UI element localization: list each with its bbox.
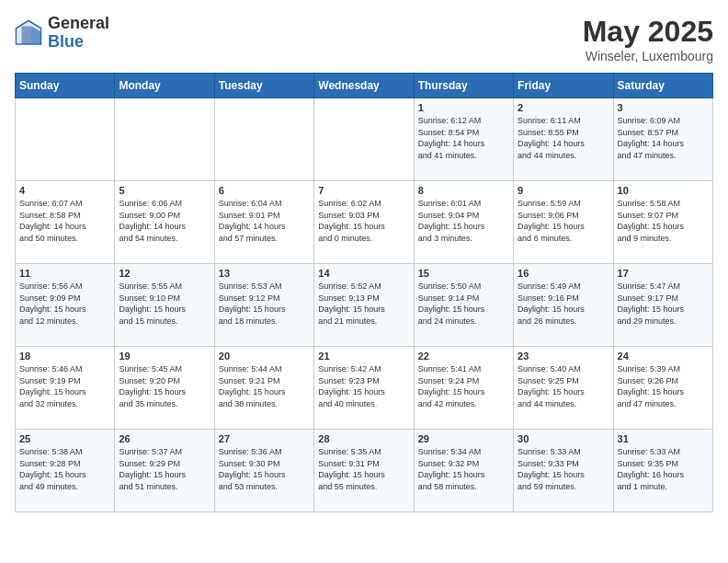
logo-text: General Blue — [48, 15, 109, 52]
day-info: Sunrise: 5:38 AM Sunset: 9:28 PM Dayligh… — [19, 446, 110, 492]
day-info: Sunrise: 5:36 AM Sunset: 9:30 PM Dayligh… — [219, 446, 310, 492]
day-number: 29 — [418, 433, 509, 444]
day-number: 5 — [119, 185, 210, 196]
day-number: 9 — [518, 185, 609, 196]
calendar-header: SundayMondayTuesdayWednesdayThursdayFrid… — [16, 74, 713, 98]
page-header: General Blue May 2025 Winseler, Luxembou… — [15, 15, 713, 63]
day-info: Sunrise: 5:40 AM Sunset: 9:25 PM Dayligh… — [518, 363, 609, 409]
day-info: Sunrise: 5:44 AM Sunset: 9:21 PM Dayligh… — [219, 363, 310, 409]
day-cell: 23Sunrise: 5:40 AM Sunset: 9:25 PM Dayli… — [514, 347, 613, 430]
day-cell: 9Sunrise: 5:59 AM Sunset: 9:06 PM Daylig… — [514, 181, 613, 264]
week-row-1: 1Sunrise: 6:12 AM Sunset: 8:54 PM Daylig… — [16, 98, 713, 181]
calendar-subtitle: Winseler, Luxembourg — [583, 49, 713, 63]
header-cell-thursday: Thursday — [414, 74, 513, 98]
day-number: 19 — [119, 350, 210, 362]
day-number: 13 — [219, 268, 310, 279]
calendar-body: 1Sunrise: 6:12 AM Sunset: 8:54 PM Daylig… — [16, 98, 713, 512]
day-number: 16 — [518, 268, 609, 279]
day-cell: 24Sunrise: 5:39 AM Sunset: 9:26 PM Dayli… — [613, 347, 712, 430]
day-info: Sunrise: 5:52 AM Sunset: 9:13 PM Dayligh… — [318, 281, 409, 327]
day-info: Sunrise: 6:06 AM Sunset: 9:00 PM Dayligh… — [119, 198, 210, 244]
day-info: Sunrise: 5:42 AM Sunset: 9:23 PM Dayligh… — [318, 363, 409, 409]
day-cell — [115, 98, 214, 181]
day-info: Sunrise: 5:55 AM Sunset: 9:10 PM Dayligh… — [119, 281, 210, 327]
day-info: Sunrise: 5:53 AM Sunset: 9:12 PM Dayligh… — [219, 281, 310, 327]
day-cell: 6Sunrise: 6:04 AM Sunset: 9:01 PM Daylig… — [214, 181, 313, 264]
calendar-table: SundayMondayTuesdayWednesdayThursdayFrid… — [15, 73, 713, 512]
day-number: 11 — [19, 268, 110, 279]
day-info: Sunrise: 5:56 AM Sunset: 9:09 PM Dayligh… — [19, 281, 110, 327]
day-number: 2 — [518, 102, 609, 113]
day-cell: 25Sunrise: 5:38 AM Sunset: 9:28 PM Dayli… — [16, 430, 115, 512]
day-number: 25 — [19, 433, 110, 444]
day-cell: 17Sunrise: 5:47 AM Sunset: 9:17 PM Dayli… — [613, 264, 712, 347]
week-row-4: 18Sunrise: 5:46 AM Sunset: 9:19 PM Dayli… — [16, 347, 713, 430]
day-info: Sunrise: 5:33 AM Sunset: 9:35 PM Dayligh… — [618, 446, 709, 492]
header-cell-monday: Monday — [115, 74, 214, 98]
day-info: Sunrise: 6:04 AM Sunset: 9:01 PM Dayligh… — [219, 198, 310, 244]
day-number: 26 — [119, 433, 210, 444]
logo-icon — [15, 19, 42, 47]
day-number: 22 — [418, 350, 509, 362]
day-cell: 4Sunrise: 6:07 AM Sunset: 8:58 PM Daylig… — [16, 181, 115, 264]
day-number: 31 — [618, 433, 709, 444]
day-number: 28 — [318, 433, 409, 444]
week-row-3: 11Sunrise: 5:56 AM Sunset: 9:09 PM Dayli… — [16, 264, 713, 347]
day-number: 12 — [119, 268, 210, 279]
day-info: Sunrise: 5:39 AM Sunset: 9:26 PM Dayligh… — [618, 363, 709, 409]
day-number: 6 — [219, 185, 310, 196]
day-info: Sunrise: 5:34 AM Sunset: 9:32 PM Dayligh… — [418, 446, 509, 492]
day-info: Sunrise: 6:11 AM Sunset: 8:55 PM Dayligh… — [518, 115, 609, 161]
day-info: Sunrise: 5:49 AM Sunset: 9:16 PM Dayligh… — [518, 281, 609, 327]
day-cell: 14Sunrise: 5:52 AM Sunset: 9:13 PM Dayli… — [314, 264, 414, 347]
day-number: 14 — [318, 268, 409, 279]
day-info: Sunrise: 5:58 AM Sunset: 9:07 PM Dayligh… — [618, 198, 709, 244]
day-cell — [314, 98, 414, 181]
day-info: Sunrise: 5:47 AM Sunset: 9:17 PM Dayligh… — [618, 281, 709, 327]
day-info: Sunrise: 5:45 AM Sunset: 9:20 PM Dayligh… — [119, 363, 210, 409]
header-cell-wednesday: Wednesday — [314, 74, 414, 98]
week-row-5: 25Sunrise: 5:38 AM Sunset: 9:28 PM Dayli… — [16, 430, 713, 512]
day-cell: 8Sunrise: 6:01 AM Sunset: 9:04 PM Daylig… — [414, 181, 513, 264]
day-cell: 3Sunrise: 6:09 AM Sunset: 8:57 PM Daylig… — [613, 98, 712, 181]
day-number: 23 — [518, 350, 609, 362]
day-cell: 19Sunrise: 5:45 AM Sunset: 9:20 PM Dayli… — [115, 347, 214, 430]
day-cell: 13Sunrise: 5:53 AM Sunset: 9:12 PM Dayli… — [214, 264, 313, 347]
day-number: 18 — [19, 350, 110, 362]
day-number: 15 — [418, 268, 509, 279]
day-number: 4 — [19, 185, 110, 196]
day-cell: 27Sunrise: 5:36 AM Sunset: 9:30 PM Dayli… — [214, 430, 313, 512]
day-cell: 11Sunrise: 5:56 AM Sunset: 9:09 PM Dayli… — [16, 264, 115, 347]
day-info: Sunrise: 5:59 AM Sunset: 9:06 PM Dayligh… — [518, 198, 609, 244]
day-cell: 22Sunrise: 5:41 AM Sunset: 9:24 PM Dayli… — [414, 347, 513, 430]
logo: General Blue — [15, 15, 109, 52]
header-cell-sunday: Sunday — [16, 74, 115, 98]
logo-general: General — [48, 15, 109, 33]
day-cell: 26Sunrise: 5:37 AM Sunset: 9:29 PM Dayli… — [115, 430, 214, 512]
day-cell: 16Sunrise: 5:49 AM Sunset: 9:16 PM Dayli… — [514, 264, 613, 347]
svg-marker-3 — [22, 26, 32, 44]
header-cell-saturday: Saturday — [613, 74, 712, 98]
day-number: 3 — [618, 102, 709, 113]
day-info: Sunrise: 5:37 AM Sunset: 9:29 PM Dayligh… — [119, 446, 210, 492]
day-number: 1 — [418, 102, 509, 113]
day-number: 17 — [618, 268, 709, 279]
day-cell: 2Sunrise: 6:11 AM Sunset: 8:55 PM Daylig… — [514, 98, 613, 181]
day-number: 21 — [318, 350, 409, 362]
day-cell: 18Sunrise: 5:46 AM Sunset: 9:19 PM Dayli… — [16, 347, 115, 430]
day-cell: 20Sunrise: 5:44 AM Sunset: 9:21 PM Dayli… — [214, 347, 313, 430]
day-number: 30 — [518, 433, 609, 444]
day-info: Sunrise: 5:33 AM Sunset: 9:33 PM Dayligh… — [518, 446, 609, 492]
day-number: 7 — [318, 185, 409, 196]
day-info: Sunrise: 6:01 AM Sunset: 9:04 PM Dayligh… — [418, 198, 509, 244]
day-number: 20 — [219, 350, 310, 362]
day-number: 24 — [618, 350, 709, 362]
day-cell: 31Sunrise: 5:33 AM Sunset: 9:35 PM Dayli… — [613, 430, 712, 512]
day-cell: 28Sunrise: 5:35 AM Sunset: 9:31 PM Dayli… — [314, 430, 414, 512]
day-info: Sunrise: 6:07 AM Sunset: 8:58 PM Dayligh… — [19, 198, 110, 244]
header-cell-tuesday: Tuesday — [214, 74, 313, 98]
day-cell: 7Sunrise: 6:02 AM Sunset: 9:03 PM Daylig… — [314, 181, 414, 264]
logo-blue: Blue — [48, 33, 109, 52]
day-number: 10 — [618, 185, 709, 196]
day-cell: 5Sunrise: 6:06 AM Sunset: 9:00 PM Daylig… — [115, 181, 214, 264]
